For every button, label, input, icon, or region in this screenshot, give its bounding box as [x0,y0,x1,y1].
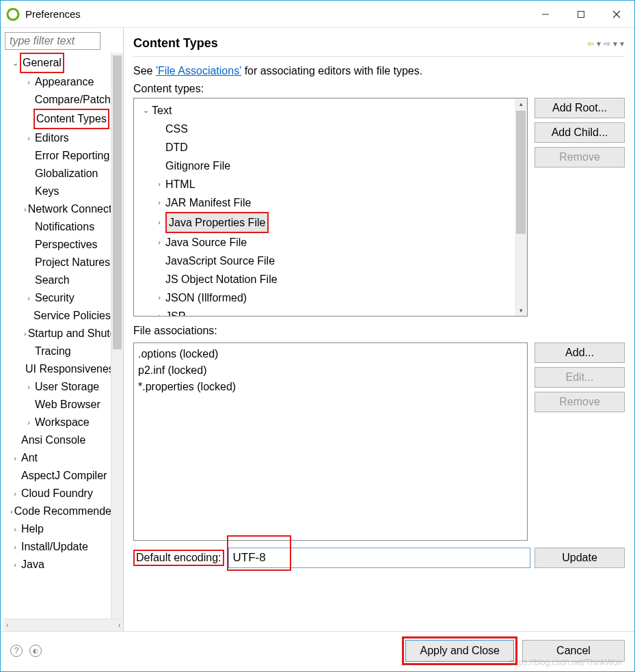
content-types-tree[interactable]: ⌄Text CSS DTD Gitignore File ›HTML ›JAR … [133,98,528,317]
forward-icon[interactable]: ⇨ [603,39,611,49]
expand-icon: › [24,289,33,307]
scrollbar-thumb[interactable] [113,55,122,349]
nav-startup[interactable]: ›Startup and Shutdown [3,325,111,342]
remove-type-button[interactable]: Remove [535,147,625,167]
add-assoc-button[interactable]: Add... [535,342,625,363]
nav-notifications[interactable]: Notifications [3,218,111,236]
import-export-icon[interactable]: ◐ [29,645,42,657]
scroll-left-icon[interactable]: ‹ [6,621,8,629]
nav-web-browser[interactable]: Web Browser [3,396,111,414]
file-associations-link[interactable]: 'File Associations' [156,65,241,77]
nav-java[interactable]: ›Java [3,556,111,574]
nav-ui-responsiveness[interactable]: UI Responsiveness [3,360,111,378]
scroll-up-icon[interactable]: ▴ [515,98,527,109]
nav-user-storage[interactable]: ›User Storage [3,378,111,396]
expand-icon: › [24,325,27,342]
types-scrollbar[interactable]: ▴ ▾ [515,98,527,316]
scrollbar-thumb[interactable] [516,111,526,234]
nav-code-recommenders[interactable]: ›Code Recommenders [3,502,111,520]
nav-content-types[interactable]: Content Types [3,109,111,129]
sidebar-hscrollbar[interactable]: ‹ › [3,619,123,631]
expand-icon: › [154,213,164,232]
remove-assoc-button[interactable]: Remove [535,392,625,412]
expand-icon: › [154,307,164,316]
expand-icon: › [10,538,20,556]
nav-aspectj[interactable]: AspectJ Compiler [3,467,111,485]
type-json-notation[interactable]: JS Object Notation File [138,270,515,288]
menu-dropdown-icon[interactable]: ▾ [619,39,625,49]
type-java-source[interactable]: ›Java Source File [138,233,515,252]
scroll-down-icon[interactable]: ▾ [515,305,527,316]
type-jsp[interactable]: ›JSP [138,307,515,316]
expand-icon: ⌄ [10,54,20,72]
type-html[interactable]: ›HTML [138,175,515,193]
preferences-window: Preferences ⌄General ›Appearance Compare… [0,0,635,672]
maximize-button[interactable] [563,1,599,27]
nav-security[interactable]: ›Security [3,289,111,307]
nav-service-policies[interactable]: Service Policies [3,307,111,325]
window-title: Preferences [25,8,528,20]
scroll-right-icon[interactable]: › [118,621,120,629]
nav-error-reporting[interactable]: Error Reporting [3,147,111,165]
nav-tracing[interactable]: Tracing [3,342,111,360]
help-icon[interactable]: ? [10,645,23,657]
nav-workspace[interactable]: ›Workspace [3,414,111,431]
nav-ansi-console[interactable]: Ansi Console [3,431,111,449]
edit-assoc-button[interactable]: Edit... [535,367,625,388]
assoc-item[interactable]: .options (locked) [138,346,523,362]
default-encoding-input[interactable] [228,548,530,568]
nav-search[interactable]: Search [3,271,111,289]
type-java-properties[interactable]: ›Java Properties File [138,212,515,233]
nav-keys[interactable]: Keys [3,183,111,200]
sidebar-scrollbar[interactable] [111,53,123,619]
type-gitignore[interactable]: Gitignore File [138,157,515,175]
nav-compare[interactable]: Compare/Patch [3,91,111,109]
nav-general[interactable]: ⌄General [3,53,111,73]
nav-network[interactable]: ›Network Connections [3,200,111,218]
type-css[interactable]: CSS [138,120,515,138]
nav-globalization[interactable]: Globalization [3,165,111,183]
window-controls [528,1,634,27]
nav-perspectives[interactable]: Perspectives [3,236,111,254]
cancel-button[interactable]: Cancel [522,640,625,662]
minimize-button[interactable] [528,1,563,27]
file-associations-list[interactable]: .options (locked) p2.inf (locked) *.prop… [133,342,528,541]
nav-ant[interactable]: ›Ant [3,449,111,467]
type-js-source[interactable]: JavaScript Source File [138,252,515,270]
expand-icon: › [10,449,20,467]
assoc-item[interactable]: p2.inf (locked) [138,362,523,379]
filter-input[interactable] [5,32,100,50]
expand-icon: › [10,520,20,538]
back-dropdown-icon[interactable]: ▾ [596,39,602,49]
collapse-icon: ⌄ [141,101,150,120]
add-root-button[interactable]: Add Root... [535,98,625,118]
expand-icon: › [154,233,164,252]
type-json-illformed[interactable]: ›JSON (Illformed) [138,288,515,307]
expand-icon: › [154,175,164,193]
expand-icon: › [10,502,13,520]
sidebar: ⌄General ›Appearance Compare/Patch Conte… [1,28,124,631]
page-title: Content Types [133,36,218,51]
add-child-button[interactable]: Add Child... [535,122,625,143]
assoc-item[interactable]: *.properties (locked) [138,379,523,395]
content-types-label: Content types: [133,83,625,95]
expand-icon: › [24,414,33,431]
expand-icon: › [10,485,20,502]
nav-appearance[interactable]: ›Appearance [3,73,111,91]
apply-and-close-button[interactable]: Apply and Close [405,640,514,662]
expand-icon: › [24,200,27,218]
back-icon[interactable]: ⇦ [586,39,595,49]
nav-editors[interactable]: ›Editors [3,129,111,147]
nav-help[interactable]: ›Help [3,520,111,538]
nav-cloud-foundry[interactable]: ›Cloud Foundry [3,485,111,502]
nav-install-update[interactable]: ›Install/Update [3,538,111,556]
nav-tree[interactable]: ⌄General ›Appearance Compare/Patch Conte… [3,53,111,619]
type-dtd[interactable]: DTD [138,138,515,157]
app-icon [6,8,20,21]
type-text[interactable]: ⌄Text [138,101,515,120]
update-button[interactable]: Update [535,548,625,568]
close-button[interactable] [599,1,634,27]
type-jar-manifest[interactable]: ›JAR Manifest File [138,193,515,212]
nav-project-natures[interactable]: Project Natures [3,254,111,271]
forward-dropdown-icon[interactable]: ▾ [612,39,618,49]
